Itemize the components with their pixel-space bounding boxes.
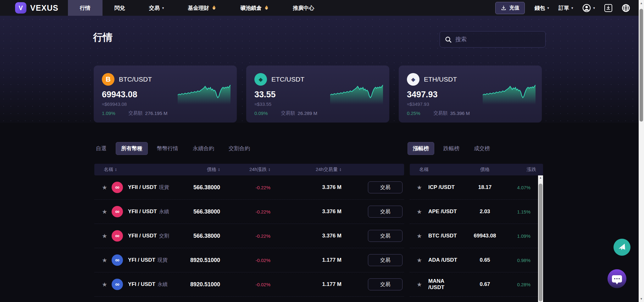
nav-item-markets[interactable]: 行情 — [68, 0, 103, 16]
chevron-down-icon: ▾ — [571, 6, 573, 10]
scroll-up-icon[interactable]: ▲ — [639, 2, 644, 5]
nav-item-funds[interactable]: 基金理財 — [176, 0, 228, 16]
vexus-logo-icon: V — [15, 2, 26, 14]
header-24h-volume[interactable]: 24h交易量▲▼ — [270, 167, 341, 173]
trade-button[interactable]: 交易 — [368, 181, 402, 193]
deposit-button[interactable]: 充值 — [495, 2, 525, 14]
table-row[interactable]: ★ ∞ YFII / USDT 現貨 566.38000 -0.22% 3.37… — [94, 175, 404, 200]
tab-gainers[interactable]: 漲幅榜 — [408, 142, 434, 155]
header-name[interactable]: 名稱▲▼ — [94, 167, 179, 173]
header-price[interactable]: 價格▲▼ — [179, 167, 220, 173]
market-tabs: 自選 所有幣種 幣幣行情 永續合約 交割合約 — [91, 142, 255, 154]
trade-button[interactable]: 交易 — [368, 278, 402, 290]
nav-item-trade[interactable]: 交易 ▾ — [137, 0, 176, 16]
btc-coin-icon: B — [102, 73, 114, 86]
brand[interactable]: V VEXUS — [0, 0, 68, 16]
nav-right: 充值 錢包 ▾ 訂單 ▾ ▾ — [495, 0, 644, 16]
sparkline-chart — [483, 80, 536, 105]
header-change: 漲跌 — [508, 167, 543, 173]
nav-item-flash-swap[interactable]: 閃兌 — [103, 0, 137, 16]
favorite-star-icon[interactable]: ★ — [102, 208, 107, 215]
pair-label: YFI / USDT — [128, 257, 155, 263]
chat-button[interactable] — [608, 269, 626, 288]
wallet-menu[interactable]: 錢包 ▾ — [534, 4, 549, 12]
change-value: -0.22% — [220, 209, 270, 214]
brand-name: VEXUS — [30, 3, 58, 13]
tab-perpetual[interactable]: 永續合約 — [187, 142, 219, 155]
pair-label: MANA /USDT — [428, 278, 461, 291]
favorite-star-icon[interactable]: ★ — [102, 184, 107, 191]
sort-icon: ▲▼ — [268, 168, 270, 172]
tab-spot-markets[interactable]: 幣幣行情 — [152, 142, 184, 155]
search-box[interactable] — [440, 31, 546, 48]
price-value: 69943.08 — [461, 233, 508, 239]
eth-coin-icon: ◆ — [407, 73, 419, 86]
yfi-coin-icon: ∞ — [112, 254, 123, 266]
table-row[interactable]: ★ ∞ YFI / USDT 永續 8920.51000 -0.02% 1.17… — [94, 272, 404, 297]
deposit-label: 充值 — [509, 5, 519, 11]
table-row[interactable]: ★ ∞ YFI / USDT 現貨 8920.51000 -0.02% 1.17… — [94, 248, 404, 272]
pair-label: BTC /USDT — [428, 233, 457, 239]
list-item[interactable]: ★ MANA /USDT 0.67 0.28% — [410, 272, 543, 297]
price-value: 8920.51000 — [179, 281, 220, 288]
tab-delivery[interactable]: 交割合約 — [223, 142, 255, 155]
language-button[interactable] — [622, 4, 630, 12]
favorite-star-icon[interactable]: ★ — [417, 232, 422, 240]
trade-button[interactable]: 交易 — [368, 254, 402, 266]
market-type-label: 現貨 — [159, 184, 169, 191]
orders-menu[interactable]: 訂單 ▾ — [558, 4, 573, 12]
list-item[interactable]: ★ ADA /USDT 0.65 0.98% — [410, 248, 543, 272]
nav-label: 推廣中心 — [293, 4, 314, 12]
favorite-star-icon[interactable]: ★ — [417, 208, 422, 215]
ticker-cards: B BTC/USDT 69943.08 ≈$69943.08 1.09% 交易額… — [94, 66, 542, 123]
tab-losers[interactable]: 跌幅榜 — [438, 142, 465, 155]
sparkline-chart — [178, 80, 230, 105]
ticker-card-eth[interactable]: ◆ ETH/USDT 3497.93 ≈$3497.93 0.25% 交易額 3… — [399, 66, 542, 123]
telegram-button[interactable] — [613, 239, 630, 256]
favorite-star-icon[interactable]: ★ — [102, 257, 107, 264]
app-download-button[interactable] — [604, 4, 612, 12]
search-input[interactable] — [455, 36, 540, 43]
page-scrollbar[interactable]: ▲ ▼ — [639, 0, 644, 302]
pair-label: APE /USDT — [428, 208, 457, 215]
trade-button[interactable]: 交易 — [368, 206, 402, 218]
ticker-card-btc[interactable]: B BTC/USDT 69943.08 ≈$69943.08 1.09% 交易額… — [94, 66, 237, 123]
gainers-scrollbar[interactable]: ▲ — [538, 175, 543, 302]
favorite-star-icon[interactable]: ★ — [102, 232, 107, 240]
list-item[interactable]: ★ APE /USDT 2.03 1.15% — [410, 200, 543, 224]
table-row[interactable]: ★ ∞ YFII / USDT 永續 566.38000 -0.22% 3.37… — [94, 200, 404, 224]
tab-volume-leaders[interactable]: 成交榜 — [469, 142, 495, 155]
header-24h-change[interactable]: 24h漲跌▲▼ — [220, 167, 270, 173]
card-volume-label: 交易額 — [129, 110, 143, 116]
nav-items: 行情 閃兌 交易 ▾ 基金理財 礦池鎖倉 推廣中心 — [68, 0, 326, 16]
search-icon — [445, 36, 452, 43]
header-name: 名稱 — [410, 167, 461, 173]
favorite-star-icon[interactable]: ★ — [417, 257, 422, 264]
scrollbar-thumb[interactable] — [640, 9, 643, 122]
favorite-star-icon[interactable]: ★ — [417, 281, 422, 288]
change-value: -0.22% — [220, 233, 270, 239]
ticker-card-etc[interactable]: ◆ ETC/USDT 33.55 ≈$33.55 0.09% 交易額 26.28… — [246, 66, 389, 123]
list-item[interactable]: ★ BTC /USDT 69943.08 1.09% — [410, 224, 543, 248]
nav-item-mining-pool[interactable]: 礦池鎖倉 — [228, 0, 281, 16]
user-avatar-icon — [582, 4, 591, 12]
list-item[interactable]: ★ ICP /USDT 18.17 4.07% — [410, 175, 543, 200]
card-change: 1.09% — [102, 111, 115, 116]
scroll-down-icon[interactable]: ▼ — [639, 297, 644, 300]
table-row[interactable]: ★ ∞ YFII / USDT 交割 566.38000 -0.22% 3.37… — [94, 224, 404, 248]
scroll-up-icon[interactable]: ▲ — [538, 176, 543, 179]
volume-value: 3.376 M — [270, 184, 341, 191]
trade-button[interactable]: 交易 — [368, 230, 402, 242]
pair-label: YFI / USDT — [128, 281, 155, 288]
nav-item-referral[interactable]: 推廣中心 — [281, 0, 326, 16]
change-value: -0.02% — [220, 282, 270, 287]
tab-favorites[interactable]: 自選 — [91, 142, 112, 155]
tab-all-coins[interactable]: 所有幣種 — [116, 142, 148, 155]
account-menu[interactable]: ▾ — [582, 4, 595, 12]
nav-label: 交易 — [149, 4, 160, 12]
yfi-coin-icon: ∞ — [112, 279, 123, 290]
favorite-star-icon[interactable]: ★ — [102, 281, 107, 288]
market-table-body: ★ ∞ YFII / USDT 現貨 566.38000 -0.22% 3.37… — [94, 175, 404, 297]
scrollbar-thumb[interactable] — [539, 184, 542, 301]
favorite-star-icon[interactable]: ★ — [417, 184, 422, 191]
